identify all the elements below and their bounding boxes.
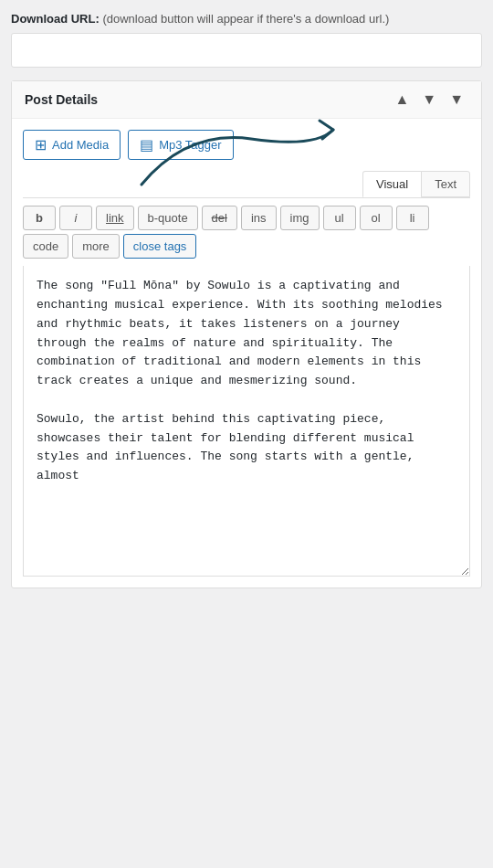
format-del-button[interactable]: del — [202, 206, 237, 230]
format-ins-button[interactable]: ins — [241, 206, 277, 230]
format-img-button[interactable]: img — [280, 206, 320, 230]
collapse-up-button[interactable]: ▲ — [390, 90, 414, 109]
collapse-down-button[interactable]: ▼ — [417, 90, 441, 109]
add-media-icon: ⊞ — [35, 136, 47, 153]
add-media-button[interactable]: ⊞ Add Media — [23, 130, 121, 160]
mp3-tagger-icon: ▤ — [140, 136, 153, 153]
mp3-tagger-label: Mp3 Tagger — [159, 138, 221, 152]
post-details-header: Post Details ▲ ▼ ▼ — [12, 81, 481, 119]
format-li-button[interactable]: li — [396, 206, 429, 230]
editor-content-area[interactable]: The song "Full Mōna" by Sowulo is a capt… — [23, 266, 470, 577]
format-bold-button[interactable]: b — [23, 206, 56, 230]
post-details-section: Post Details ▲ ▼ ▼ ⊞ Add Media ▤ Mp3 Tag… — [11, 80, 482, 588]
editor-wrapper: ⊞ Add Media ▤ Mp3 Tagger — [23, 130, 470, 160]
tab-visual[interactable]: Visual — [362, 171, 422, 197]
editor-tabs: Visual Text — [23, 171, 470, 198]
collapse-more-button[interactable]: ▼ — [445, 90, 468, 109]
editor-media-buttons: ⊞ Add Media ▤ Mp3 Tagger — [23, 130, 470, 160]
download-url-input[interactable] — [11, 33, 482, 68]
download-url-section: Download URL: (download button will appe… — [11, 11, 482, 68]
mp3-tagger-button[interactable]: ▤ Mp3 Tagger — [128, 130, 233, 160]
format-link-button[interactable]: link — [96, 206, 134, 230]
editor-section: ⊞ Add Media ▤ Mp3 Tagger Visual Te — [12, 119, 481, 587]
download-url-hint: (download button will appear if there's … — [102, 12, 389, 26]
add-media-label: Add Media — [52, 138, 109, 152]
format-ol-button[interactable]: ol — [360, 206, 393, 230]
download-url-label-strong: Download URL: — [11, 12, 100, 26]
format-buttons: b i link b-quote del ins img ul ol li co… — [23, 198, 470, 266]
format-close-tags-button[interactable]: close tags — [123, 234, 197, 259]
format-more-button[interactable]: more — [72, 234, 120, 259]
format-italic-button[interactable]: i — [59, 206, 92, 230]
tab-text[interactable]: Text — [421, 171, 470, 197]
download-url-label: Download URL: (download button will appe… — [11, 11, 482, 27]
format-bquote-button[interactable]: b-quote — [138, 206, 198, 230]
format-code-button[interactable]: code — [23, 234, 68, 259]
format-ul-button[interactable]: ul — [323, 206, 356, 230]
post-details-title: Post Details — [25, 92, 98, 107]
post-details-controls: ▲ ▼ ▼ — [390, 90, 468, 109]
